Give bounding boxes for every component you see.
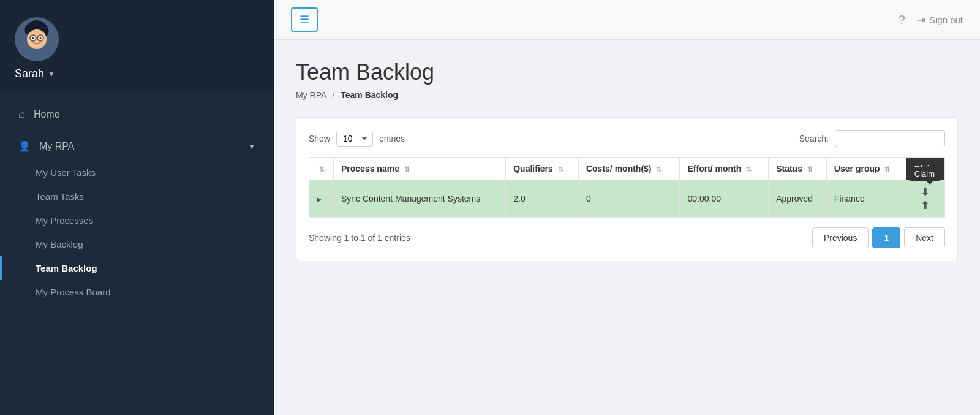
col-status[interactable]: Status ⇅ [769, 158, 827, 180]
cell-status: Approved [769, 180, 827, 218]
cell-process-name: Sync Content Management Systems [334, 180, 506, 218]
table-header: ⇅ Process name ⇅ Qualifiers ⇅ Costs/ mon… [309, 158, 945, 180]
user-name[interactable]: Sarah ▼ [15, 67, 55, 80]
table-card: Show 10 25 50 100 entries Search: [296, 117, 958, 261]
table-header-row: ⇅ Process name ⇅ Qualifiers ⇅ Costs/ mon… [309, 158, 945, 180]
col-process-name[interactable]: Process name ⇅ [334, 158, 506, 180]
showing-text: Showing 1 to 1 of 1 entries [309, 233, 410, 243]
breadcrumb-current: Team Backlog [341, 90, 398, 100]
sidebar-item-team-backlog[interactable]: Team Backlog [0, 256, 274, 280]
pagination-controls: Previous 1 Next [812, 227, 945, 248]
cell-expand[interactable]: ▶ [309, 180, 334, 218]
my-rpa-caret: ▼ [248, 142, 255, 151]
breadcrumb-separator: / [332, 90, 334, 100]
topbar: ☰ ? ⇥ Sign out [274, 0, 980, 40]
page-title: Team Backlog [296, 59, 958, 85]
sign-out-icon: ⇥ [918, 14, 925, 26]
hamburger-button[interactable]: ☰ [291, 7, 318, 32]
svg-point-10 [32, 37, 34, 39]
sidebar-item-team-tasks[interactable]: Team Tasks [0, 185, 274, 208]
sort-icon-status: ⇅ [807, 166, 813, 173]
sidebar-item-home[interactable]: ⌂ Home [0, 99, 274, 129]
home-icon: ⌂ [18, 108, 25, 121]
sidebar-user-section: Sarah ▼ [0, 0, 274, 93]
search-input[interactable] [835, 130, 945, 147]
table-body: ▶ Sync Content Management Systems 2.0 0 [309, 180, 945, 218]
user-icon: 👤 [18, 140, 31, 152]
sort-icon-user-group: ⇅ [884, 166, 890, 173]
help-icon[interactable]: ? [899, 13, 905, 27]
col-user-group[interactable]: User group ⇅ [826, 158, 906, 180]
expand-arrow: ▶ [317, 196, 322, 203]
cell-user-group: Finance [826, 180, 906, 218]
data-table: ⇅ Process name ⇅ Qualifiers ⇅ Costs/ mon… [309, 157, 945, 218]
action-icons: Claim ⬇ ⬆ [914, 186, 937, 211]
cell-qualifiers: 2.0 [506, 180, 579, 218]
sidebar-item-my-user-tasks[interactable]: My User Tasks [0, 161, 274, 185]
my-rpa-section: 👤 My RPA ▼ My User Tasks Team Tasks My P… [0, 132, 274, 304]
breadcrumb: My RPA / Team Backlog [296, 90, 958, 100]
col-expand: ⇅ [309, 158, 334, 180]
table-row: ▶ Sync Content Management Systems 2.0 0 [309, 180, 945, 218]
col-qualifiers[interactable]: Qualifiers ⇅ [506, 158, 579, 180]
sort-icon: ⇅ [319, 166, 325, 173]
avatar [15, 17, 59, 61]
sort-icon-effort-month: ⇅ [746, 166, 752, 173]
cell-costs-month: 0 [578, 180, 680, 218]
user-dropdown-caret: ▼ [48, 70, 55, 78]
page-content: Team Backlog My RPA / Team Backlog Show … [274, 40, 980, 415]
claim-upload-icon[interactable]: ⬆ [921, 200, 930, 211]
main-content: ☰ ? ⇥ Sign out Team Backlog My RPA / Tea… [274, 0, 980, 415]
svg-rect-3 [35, 20, 39, 25]
hamburger-icon: ☰ [300, 13, 309, 26]
claim-tooltip-badge: Claim [908, 167, 941, 181]
show-entries-control: Show 10 25 50 100 entries [309, 131, 405, 147]
col-effort-month[interactable]: Effort/ month ⇅ [680, 158, 769, 180]
sort-icon-process-name: ⇅ [404, 166, 410, 173]
sidebar-item-my-backlog[interactable]: My Backlog [0, 232, 274, 256]
table-controls: Show 10 25 50 100 entries Search: [309, 130, 945, 147]
sidebar-nav: ⌂ Home 👤 My RPA ▼ My User Tasks Team Tas… [0, 93, 274, 415]
sidebar: Sarah ▼ ⌂ Home 👤 My RPA ▼ My User Tasks … [0, 0, 274, 415]
sidebar-item-my-rpa[interactable]: 👤 My RPA ▼ [0, 132, 274, 161]
cell-claim-actions: Claim ⬇ ⬆ [906, 180, 944, 218]
claim-download-icon[interactable]: ⬇ [921, 186, 930, 197]
breadcrumb-parent[interactable]: My RPA [296, 90, 326, 100]
entries-select[interactable]: 10 25 50 100 [336, 131, 373, 147]
sign-out-button[interactable]: ⇥ Sign out [918, 14, 963, 26]
sidebar-item-my-processes[interactable]: My Processes [0, 208, 274, 232]
col-costs-month[interactable]: Costs/ month($) ⇅ [578, 158, 680, 180]
search-area: Search: [799, 130, 945, 147]
topbar-right: ? ⇥ Sign out [899, 13, 963, 27]
sort-icon-costs-month: ⇅ [656, 166, 662, 173]
svg-point-11 [40, 37, 42, 39]
next-button[interactable]: Next [904, 227, 945, 248]
sort-icon-qualifiers: ⇅ [558, 166, 564, 173]
sidebar-item-my-process-board[interactable]: My Process Board [0, 280, 274, 304]
cell-effort-month: 00:00:00 [680, 180, 769, 218]
pagination-area: Showing 1 to 1 of 1 entries Previous 1 N… [309, 227, 945, 248]
previous-button[interactable]: Previous [812, 227, 869, 248]
page-1-button[interactable]: 1 [872, 227, 900, 248]
